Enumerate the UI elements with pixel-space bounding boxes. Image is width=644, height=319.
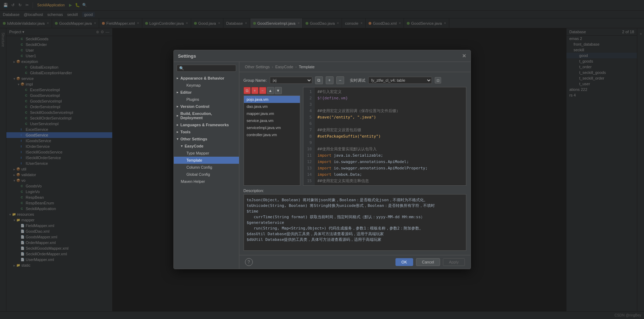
add-group-button[interactable]: +: [326, 76, 334, 84]
desc-line-5: $generateService: [247, 220, 463, 226]
debug-select[interactable]: fy_ztfw_cl_v4: table: [368, 77, 432, 84]
nav-easycode[interactable]: ▾ EasyCode: [174, 143, 239, 150]
description-label: Description:: [244, 188, 466, 193]
cancel-button[interactable]: Cancel: [416, 258, 440, 266]
move-up-button[interactable]: ▲: [267, 87, 274, 94]
move-down-button[interactable]: ▼: [275, 87, 282, 94]
nav-global-config[interactable]: Global Config: [174, 171, 239, 178]
template-split: ⧉ + − ▲ ▼ pojo.java.vm dao.java.vm mappe: [244, 87, 466, 186]
nav-maven-helper[interactable]: Maven Helper: [174, 178, 239, 185]
apply-button[interactable]: Apply: [443, 258, 465, 266]
breadcrumb: Other Settings › EasyCode › Template: [239, 62, 471, 72]
code-area: 123456789101112131415 ##引入宏定义 $!{define.…: [303, 87, 466, 185]
nav-tools[interactable]: ▸ Tools: [174, 128, 239, 135]
template-item-serviceimpl[interactable]: serviceImpl.java.vm: [244, 124, 300, 131]
dialog-titlebar: Settings ✕: [174, 50, 471, 62]
nav-column-config[interactable]: Column Config: [174, 164, 239, 171]
template-item-dao[interactable]: dao.java.vm: [244, 103, 300, 110]
debug-label: 实时调试: [350, 78, 365, 83]
remove-group-button[interactable]: −: [336, 76, 344, 84]
dialog-footer: ? OK Cancel Apply: [239, 255, 471, 269]
nav-type-mapper[interactable]: Type Mapper: [174, 150, 239, 157]
settings-nav: ▸ Appearance & Behavior Keymap ▸ Editor …: [174, 62, 239, 269]
desc-line-1: toJson(Object, Boolean) 将对象转json对象，Boole…: [247, 197, 463, 203]
description-area: toJson(Object, Boolean) 将对象转json对象，Boole…: [244, 194, 466, 251]
breadcrumb-easycode[interactable]: EasyCode: [275, 65, 293, 69]
template-item-controller[interactable]: controller.java.vm: [244, 131, 300, 138]
breadcrumb-template: Template: [299, 65, 315, 69]
settings-search-input[interactable]: [177, 65, 236, 72]
desc-line-8: $dbUtil Database提供的工具类，具体可方法请查看源码，适用于高端玩…: [247, 237, 463, 243]
description-section: Description: toJson(Object, Boolean) 将对象…: [244, 188, 466, 251]
nav-appearance[interactable]: ▸ Appearance & Behavior: [174, 75, 239, 82]
group-name-select[interactable]: jxj: [270, 77, 312, 84]
group-name-row: Group Name: jxj ⧉ + − 实时调试 fy_ztfw_cl_v4…: [244, 76, 466, 84]
code-content: ##引入宏定义 $!{define.vm} ##使用宏定义设置回调（保存位置与文…: [315, 87, 466, 185]
modal-overlay: Settings ✕ ▸ Appearance & Behavior Keyma…: [0, 0, 644, 319]
nav-editor[interactable]: ▸ Editor: [174, 89, 239, 96]
desc-line-4: currTime(String format) 获取当前时间，指定时间格式（默认…: [247, 214, 463, 220]
nav-plugins[interactable]: Plugins: [174, 96, 239, 103]
ide-shell: 💾 ↺ ↻ ✂ SeckillApplication ▶ 🐛 🔍 Databas…: [0, 0, 644, 319]
template-item-mapper[interactable]: mapper.java.vm: [244, 110, 300, 117]
nav-version-control[interactable]: ▸ Version Control: [174, 103, 239, 110]
dialog-close-button[interactable]: ✕: [462, 53, 466, 59]
nav-arrow-appearance: ▸: [177, 76, 178, 80]
help-button[interactable]: ?: [245, 258, 253, 266]
copy-group-button[interactable]: ⧉: [315, 76, 323, 84]
desc-line-7: $dasUtil Database提供的工具类，具体可方法请查看源码，适用于高端…: [247, 231, 463, 237]
template-area: Group Name: jxj ⧉ + − 实时调试 fy_ztfw_cl_v4…: [239, 72, 471, 255]
template-item-pojo[interactable]: pojo.java.vm: [244, 96, 300, 103]
nav-template[interactable]: Template: [174, 157, 239, 164]
dialog-body: ▸ Appearance & Behavior Keymap ▸ Editor …: [174, 62, 471, 269]
remove-template-button[interactable]: −: [259, 87, 266, 94]
line-numbers: 123456789101112131415: [303, 87, 315, 185]
nav-languages[interactable]: ▸ Languages & Frameworks: [174, 121, 239, 128]
desc-line-2: toUnicode(String, Boolean) 将String转换为uni…: [247, 203, 463, 209]
list-toolbar: ⧉ + − ▲ ▼: [244, 87, 300, 94]
group-name-label: Group Name:: [244, 78, 267, 82]
template-list-panel: ⧉ + − ▲ ▼ pojo.java.vm dao.java.vm mappe: [244, 87, 300, 186]
nav-build[interactable]: ▸ Build, Execution, Deployment: [174, 110, 239, 121]
add-template-button[interactable]: +: [251, 87, 258, 94]
template-list: pojo.java.vm dao.java.vm mapper.java.vm …: [244, 95, 300, 186]
copy-template-button[interactable]: ⧉: [244, 87, 251, 94]
settings-content: Other Settings › EasyCode › Template Gro…: [239, 62, 471, 269]
dialog-title: Settings: [178, 53, 196, 59]
debug-run-button[interactable]: ⊡: [435, 77, 441, 83]
desc-line-3: $time: [247, 209, 463, 214]
code-editor[interactable]: 123456789101112131415 ##引入宏定义 $!{define.…: [303, 87, 466, 186]
breadcrumb-other[interactable]: Other Settings: [245, 65, 270, 69]
template-item-service[interactable]: service.java.vm: [244, 117, 300, 124]
settings-dialog: Settings ✕ ▸ Appearance & Behavior Keyma…: [173, 50, 471, 269]
desc-line-6: run(String, Map<String,Object>) 代码生成服务，参…: [247, 226, 463, 231]
nav-other-settings[interactable]: ▾ Other Settings: [174, 135, 239, 143]
ok-button[interactable]: OK: [395, 258, 413, 266]
nav-keymap[interactable]: Keymap: [174, 82, 239, 89]
